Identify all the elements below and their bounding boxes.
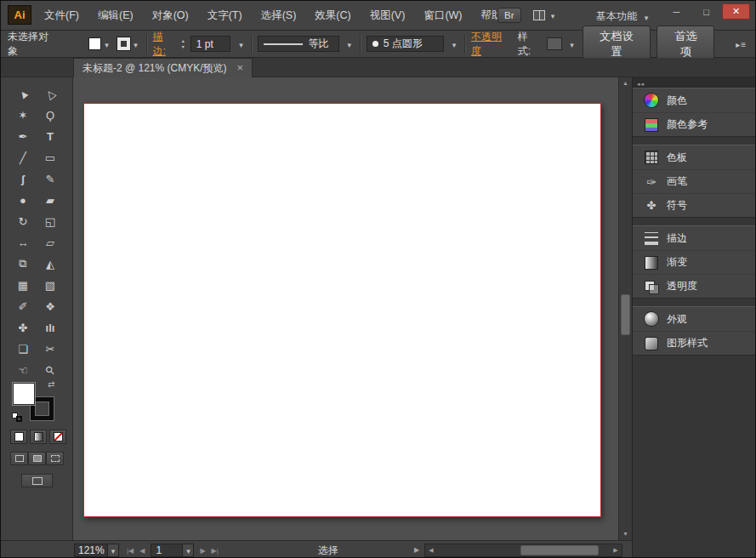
tool-pen[interactable]: ✒: [9, 127, 37, 145]
dock-item-transparency[interactable]: 透明度: [633, 274, 756, 298]
tool-symbol-sprayer[interactable]: ✤: [9, 318, 37, 337]
tool-blend[interactable]: ❖: [37, 297, 64, 316]
tool-eyedropper[interactable]: ✐: [9, 297, 37, 316]
tool-pencil[interactable]: ✎: [37, 169, 64, 188]
width-profile-dropdown[interactable]: 等比: [258, 36, 338, 52]
tool-blob-brush[interactable]: ●: [9, 191, 37, 209]
dock-item-color-guide[interactable]: 颜色参考: [633, 112, 756, 136]
tool-line-segment[interactable]: ╱: [9, 148, 37, 167]
dock-header[interactable]: [633, 77, 756, 88]
tool-slice[interactable]: ✂: [37, 339, 64, 358]
tool-gradient[interactable]: ▧: [37, 276, 64, 294]
scroll-down-icon[interactable]: [619, 528, 632, 540]
screen-mode-button[interactable]: [21, 474, 53, 487]
opacity-panel-link[interactable]: 不透明度: [471, 30, 512, 59]
chevron-down-icon[interactable]: [236, 38, 245, 50]
menu-view[interactable]: 视图(V): [361, 1, 415, 31]
workspace-switcher[interactable]: 基本功能: [596, 9, 651, 24]
tool-scale[interactable]: ◱: [37, 212, 64, 231]
style-swatch[interactable]: [547, 37, 562, 50]
draw-inside-button[interactable]: [46, 452, 64, 465]
swap-fill-stroke-icon[interactable]: [48, 379, 54, 389]
horizontal-scroll-thumb[interactable]: [520, 545, 599, 555]
vertical-scroll-thumb[interactable]: [621, 294, 630, 335]
draw-behind-button[interactable]: [28, 452, 46, 465]
horizontal-scrollbar[interactable]: [424, 544, 622, 557]
tool-rotate[interactable]: ↻: [9, 212, 37, 231]
artboard[interactable]: [83, 103, 601, 517]
menu-effect[interactable]: 效果(C): [305, 1, 360, 31]
last-artboard-button[interactable]: [212, 547, 219, 555]
zoom-field[interactable]: 121%: [74, 544, 108, 557]
tool-zoom[interactable]: ⚲: [37, 361, 64, 379]
fill-color-dropdown[interactable]: [88, 37, 111, 50]
dock-item-swatches[interactable]: 色板: [633, 145, 756, 169]
tool-rectangle[interactable]: ▭: [37, 148, 64, 167]
zoom-level-select[interactable]: 121%: [74, 544, 119, 557]
stroke-weight-field[interactable]: 1 pt: [190, 36, 231, 52]
scroll-right-icon[interactable]: [610, 544, 622, 556]
maximize-button[interactable]: □: [692, 3, 720, 20]
tool-shape-builder[interactable]: ⧉: [9, 254, 37, 273]
control-panel-menu-icon[interactable]: [736, 39, 747, 49]
document-tab[interactable]: 未标题-2 @ 121% (CMYK/预览) ×: [73, 58, 253, 77]
tool-width[interactable]: ↔: [9, 233, 37, 252]
dock-item-symbols[interactable]: 符号: [633, 193, 756, 217]
step-up-icon[interactable]: [182, 38, 185, 43]
none-button[interactable]: [49, 430, 66, 444]
chevron-down-icon[interactable]: [450, 38, 458, 50]
status-flyout-icon[interactable]: [414, 546, 419, 554]
artboard-number-field[interactable]: 1: [151, 544, 183, 557]
step-down-icon[interactable]: [182, 44, 185, 49]
dock-item-gradient[interactable]: 渐变: [633, 250, 756, 274]
stroke-color-dropdown[interactable]: [117, 37, 140, 50]
tool-paintbrush[interactable]: ʃ: [9, 169, 37, 188]
color-button[interactable]: [10, 430, 27, 444]
arrange-documents-dropdown[interactable]: [533, 9, 557, 21]
dock-item-graphic-styles[interactable]: 图形样式: [633, 331, 756, 355]
menu-file[interactable]: 文件(F): [35, 1, 88, 31]
dock-item-color[interactable]: 颜色: [633, 88, 756, 112]
document-setup-button[interactable]: 文档设置: [583, 26, 651, 63]
gradient-button[interactable]: [30, 430, 47, 444]
menu-type[interactable]: 文字(T): [198, 1, 252, 31]
stroke-panel-link[interactable]: 描边:: [153, 30, 176, 59]
tool-type[interactable]: T: [37, 127, 64, 145]
dock-item-brushes[interactable]: 画笔: [633, 169, 756, 193]
tab-close-icon[interactable]: ×: [237, 63, 244, 73]
tool-free-transform[interactable]: ▱: [37, 233, 64, 252]
stroke-weight-stepper[interactable]: [182, 38, 185, 49]
minimize-button[interactable]: ─: [662, 3, 691, 20]
tool-lasso[interactable]: Ϙ: [37, 105, 64, 124]
tool-artboard[interactable]: ❏: [9, 339, 37, 358]
menu-object[interactable]: 对象(O): [143, 1, 198, 31]
status-display[interactable]: 选择: [256, 541, 401, 558]
artboard-number-select[interactable]: 1: [151, 544, 194, 557]
scroll-left-icon[interactable]: [425, 544, 437, 556]
launch-bridge-button[interactable]: Br: [497, 8, 521, 23]
tool-mesh[interactable]: ▦: [9, 276, 37, 294]
tool-magic-wand[interactable]: ✶: [9, 105, 37, 124]
default-fill-stroke-icon[interactable]: [12, 413, 26, 424]
scroll-up-icon[interactable]: [619, 77, 632, 89]
zoom-dropdown-button[interactable]: [108, 544, 119, 557]
dock-item-appearance[interactable]: 外观: [633, 307, 756, 331]
tool-perspective-grid[interactable]: ◭: [37, 254, 64, 273]
menu-select[interactable]: 选择(S): [252, 1, 306, 31]
artboard-dropdown-button[interactable]: [183, 544, 194, 557]
chevron-down-icon[interactable]: [568, 38, 577, 50]
draw-normal-button[interactable]: [10, 452, 28, 465]
tool-hand[interactable]: ☜: [9, 361, 37, 379]
tool-direct-selection[interactable]: △: [37, 84, 64, 103]
first-artboard-button[interactable]: [127, 547, 134, 555]
close-button[interactable]: ✕: [722, 3, 750, 20]
tool-eraser[interactable]: ▰: [37, 191, 64, 209]
tool-selection[interactable]: ▲: [9, 84, 37, 103]
expand-panels-icon[interactable]: [637, 77, 645, 88]
preferences-button[interactable]: 首选项: [657, 26, 714, 63]
vertical-scrollbar[interactable]: [618, 77, 632, 540]
tool-column-graph[interactable]: ılı: [37, 318, 64, 337]
previous-artboard-button[interactable]: [139, 547, 145, 555]
canvas-pasteboard[interactable]: [73, 77, 618, 540]
menu-edit[interactable]: 编辑(E): [88, 1, 143, 31]
